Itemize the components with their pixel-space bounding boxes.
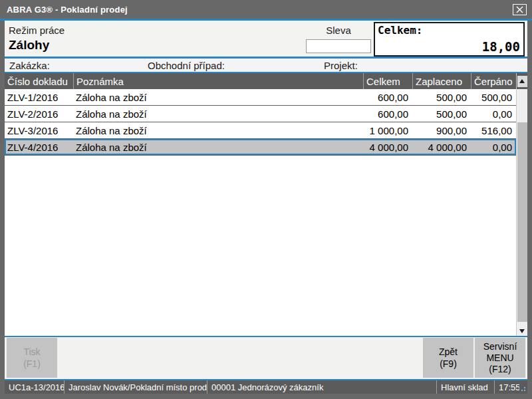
back-button[interactable]: Zpět (F9) xyxy=(423,338,473,378)
print-button-label: Tisk xyxy=(23,346,40,358)
status-bar: UC1a-13/2016 Jaroslav Novák/Pokladní mís… xyxy=(5,380,527,394)
service-button-label2: MENU xyxy=(486,352,513,364)
back-button-label: Zpět xyxy=(439,346,458,358)
scrollbar-track[interactable] xyxy=(517,89,527,326)
cell-total: 4 000,00 xyxy=(363,142,412,153)
cell-total: 1 000,00 xyxy=(363,125,412,136)
project-label: Projekt: xyxy=(324,60,358,71)
total-display: Celkem: 18,00 xyxy=(374,22,525,57)
total-label: Celkem: xyxy=(378,24,422,37)
discount-group: Sleva xyxy=(306,25,371,53)
work-mode-label: Režim práce xyxy=(9,25,65,36)
cell-paid: 900,00 xyxy=(412,125,471,136)
resize-grip[interactable] xyxy=(519,380,527,394)
cell-drawn: 0,00 xyxy=(471,142,516,153)
cell-paid: 500,00 xyxy=(412,92,471,103)
column-header-doc-number[interactable]: Číslo dokladu xyxy=(5,73,73,89)
close-button[interactable] xyxy=(513,4,527,15)
print-button[interactable]: Tisk (F1) xyxy=(7,338,57,378)
service-button-key: (F12) xyxy=(489,364,511,375)
scroll-down-icon xyxy=(519,329,525,333)
status-customer: 00001 Jednorázový zákazník xyxy=(207,380,434,394)
cell-drawn: 500,00 xyxy=(471,92,516,103)
status-document: UC1a-13/2016 xyxy=(5,380,65,394)
app-window: ABRA G3® - Pokladní prodej Režim práce Z… xyxy=(0,0,532,399)
cell-paid: 4 000,00 xyxy=(412,142,471,153)
cell-paid: 500,00 xyxy=(412,108,471,120)
table-header: Číslo dokladu Poznámka Celkem Zaplaceno … xyxy=(5,73,516,89)
back-button-key: (F9) xyxy=(440,358,457,370)
table-body: ZLV-1/2016 Záloha na zboží 600,00 500,00… xyxy=(5,89,516,336)
column-header-total[interactable]: Celkem xyxy=(363,73,412,89)
scroll-down-button[interactable] xyxy=(517,326,527,336)
discount-input[interactable] xyxy=(306,39,371,53)
cell-doc-number: ZLV-4/2016 xyxy=(5,142,73,153)
close-icon xyxy=(516,6,523,13)
cell-doc-number: ZLV-2/2016 xyxy=(5,108,73,120)
scrollbar-header-cap xyxy=(517,73,527,89)
status-time: 17:55 xyxy=(495,380,519,394)
table-row[interactable]: ZLV-1/2016 Záloha na zboží 600,00 500,00… xyxy=(5,89,516,106)
cell-total: 600,00 xyxy=(363,92,412,103)
cell-drawn: 516,00 xyxy=(471,125,516,136)
scrollbar-thumb[interactable] xyxy=(517,122,527,322)
cell-total: 600,00 xyxy=(363,108,412,120)
cell-note: Záloha na zboží xyxy=(73,108,363,120)
title-bar: ABRA G3® - Pokladní prodej xyxy=(0,0,532,19)
window-content: Režim práce Zálohy Sleva Celkem: 18,00 Z… xyxy=(5,21,527,394)
column-header-paid[interactable]: Zaplaceno xyxy=(412,73,471,89)
status-warehouse: Hlavní sklad xyxy=(436,380,495,394)
context-row: Zakázka: Obchodní případ: Projekt: xyxy=(5,59,527,73)
table-row[interactable]: ZLV-4/2016 Záloha na zboží 4 000,00 4 00… xyxy=(5,139,516,156)
status-operator: Jaroslav Novák/Pokladní místo prod. xyxy=(65,380,207,394)
cell-note: Záloha na zboží xyxy=(73,142,363,153)
function-button-bar: Tisk (F1) Zpět (F9) Servisní MENU (F12) xyxy=(5,337,527,380)
scroll-up-button[interactable] xyxy=(517,76,527,87)
service-button-label1: Servisní xyxy=(483,341,517,352)
deposits-table: Číslo dokladu Poznámka Celkem Zaplaceno … xyxy=(5,73,527,337)
discount-label: Sleva xyxy=(306,25,371,36)
business-case-label: Obchodní případ: xyxy=(148,60,225,71)
cell-drawn: 0,00 xyxy=(471,108,516,120)
cell-doc-number: ZLV-1/2016 xyxy=(5,92,73,103)
resize-grip-icon xyxy=(524,390,525,391)
window-title: ABRA G3® - Pokladní prodej xyxy=(7,5,513,15)
cell-note: Záloha na zboží xyxy=(73,92,363,103)
work-mode-value: Zálohy xyxy=(9,38,49,53)
scroll-up-icon xyxy=(519,79,525,83)
cell-doc-number: ZLV-3/2016 xyxy=(5,125,73,136)
service-menu-button[interactable]: Servisní MENU (F12) xyxy=(475,338,525,378)
column-header-note[interactable]: Poznámka xyxy=(73,73,363,89)
total-value: 18,00 xyxy=(482,39,520,54)
print-button-key: (F1) xyxy=(23,358,41,370)
cell-note: Záloha na zboží xyxy=(73,125,363,136)
order-label: Zakázka: xyxy=(9,60,50,71)
column-header-drawn[interactable]: Čerpáno xyxy=(471,73,516,89)
mode-panel: Režim práce Zálohy Sleva Celkem: 18,00 xyxy=(5,21,527,59)
table-main: Číslo dokladu Poznámka Celkem Zaplaceno … xyxy=(5,73,516,336)
status-spacer xyxy=(434,380,436,394)
vertical-scrollbar[interactable] xyxy=(516,73,527,336)
table-row[interactable]: ZLV-3/2016 Záloha na zboží 1 000,00 900,… xyxy=(5,122,516,139)
table-row[interactable]: ZLV-2/2016 Záloha na zboží 600,00 500,00… xyxy=(5,106,516,122)
